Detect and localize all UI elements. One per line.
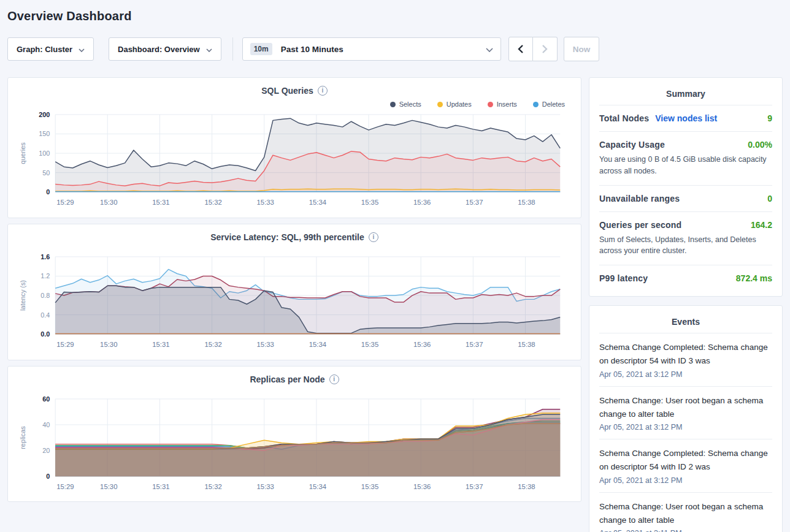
graph-dropdown-label: Graph: Cluster bbox=[17, 45, 72, 54]
svg-text:latency (s): latency (s) bbox=[19, 280, 26, 311]
capacity-usage-description: You are using 0 B of 4.5 GiB usable disk… bbox=[599, 154, 772, 177]
svg-text:200: 200 bbox=[39, 111, 50, 118]
chevron-down-icon bbox=[206, 45, 212, 54]
chevron-left-icon bbox=[518, 45, 523, 53]
svg-text:15:32: 15:32 bbox=[204, 199, 221, 206]
info-icon[interactable]: i bbox=[369, 232, 378, 242]
svg-text:100: 100 bbox=[39, 150, 50, 157]
svg-text:15:31: 15:31 bbox=[152, 341, 169, 348]
svg-text:15:30: 15:30 bbox=[100, 341, 117, 348]
next-interval-button[interactable] bbox=[533, 37, 558, 61]
svg-text:15:29: 15:29 bbox=[56, 482, 74, 490]
chart-title: Service Latency: SQL, 99th percentile bbox=[210, 232, 364, 242]
event-timestamp: Apr 05, 2021 at 3:12 PM bbox=[599, 476, 772, 485]
chart-title: SQL Queries bbox=[261, 86, 313, 96]
svg-text:15:31: 15:31 bbox=[152, 199, 169, 206]
legend-item-inserts: Inserts bbox=[488, 100, 517, 108]
total-nodes-value: 9 bbox=[767, 113, 772, 123]
time-range-label: Past 10 Minutes bbox=[281, 45, 486, 54]
charts-column: SQL Queries i SelectsUpdatesInsertsDelet… bbox=[7, 77, 581, 507]
sql-queries-chart[interactable]: 15:2915:3015:3115:3215:3315:3415:3515:36… bbox=[15, 110, 573, 214]
legend-dot-icon bbox=[488, 102, 493, 107]
svg-text:queries: queries bbox=[19, 142, 26, 164]
svg-text:15:37: 15:37 bbox=[466, 341, 483, 348]
dashboard-dropdown[interactable]: Dashboard: Overview bbox=[109, 37, 221, 61]
capacity-usage-label: Capacity Usage bbox=[599, 140, 665, 150]
summary-row-p99: P99 latency 872.4 ms bbox=[599, 265, 772, 291]
summary-row-capacity: Capacity Usage 0.00% You are using 0 B o… bbox=[599, 131, 772, 185]
unavailable-ranges-value: 0 bbox=[767, 194, 772, 203]
event-list-item: Schema Change Completed: Schema change o… bbox=[599, 439, 772, 492]
event-list-item: Schema Change: User root began a schema … bbox=[599, 492, 772, 532]
info-icon[interactable]: i bbox=[318, 86, 328, 96]
svg-text:0: 0 bbox=[46, 188, 50, 196]
legend-item-selects: Selects bbox=[390, 100, 421, 108]
service-latency-chart-card: Service Latency: SQL, 99th percentile i … bbox=[7, 224, 581, 360]
svg-text:15:38: 15:38 bbox=[518, 199, 535, 206]
svg-text:15:34: 15:34 bbox=[309, 482, 326, 490]
legend-item-deletes: Deletes bbox=[533, 100, 565, 108]
svg-text:15:33: 15:33 bbox=[257, 199, 274, 206]
info-icon[interactable]: i bbox=[329, 374, 339, 384]
p99-latency-label: P99 latency bbox=[599, 273, 648, 283]
svg-text:15:38: 15:38 bbox=[518, 482, 535, 490]
view-nodes-list-link[interactable]: View nodes list bbox=[655, 113, 717, 123]
overview-dashboard-page: Overview Dashboard Graph: Cluster Dashbo… bbox=[0, 0, 790, 532]
svg-text:15:38: 15:38 bbox=[518, 341, 535, 348]
event-message: Schema Change Completed: Schema change o… bbox=[599, 447, 772, 474]
svg-text:15:35: 15:35 bbox=[361, 199, 378, 206]
summary-panel: Summary Total Nodes View nodes list 9 Ca… bbox=[589, 77, 783, 297]
svg-text:0.8: 0.8 bbox=[40, 292, 50, 299]
event-message: Schema Change: User root began a schema … bbox=[599, 394, 772, 422]
unavailable-ranges-label: Unavailable ranges bbox=[599, 194, 680, 203]
event-list-item: Schema Change Completed: Schema change o… bbox=[599, 333, 772, 386]
service-latency-chart[interactable]: 15:2915:3015:3115:3215:3315:3415:3515:36… bbox=[15, 252, 573, 356]
qps-value: 164.2 bbox=[751, 220, 772, 230]
summary-title: Summary bbox=[599, 86, 772, 105]
graph-dropdown[interactable]: Graph: Cluster bbox=[7, 37, 94, 61]
chevron-right-icon bbox=[542, 45, 548, 53]
svg-text:15:37: 15:37 bbox=[466, 199, 483, 206]
chart-legend: SelectsUpdatesInsertsDeletes bbox=[15, 100, 565, 108]
summary-row-unavailable-ranges: Unavailable ranges 0 bbox=[599, 185, 772, 211]
svg-text:0.0: 0.0 bbox=[40, 330, 50, 338]
svg-text:15:32: 15:32 bbox=[204, 482, 221, 490]
event-timestamp: Apr 05, 2021 at 3:12 PM bbox=[599, 423, 772, 431]
dashboard-dropdown-label: Dashboard: Overview bbox=[118, 45, 200, 54]
legend-dot-icon bbox=[533, 102, 539, 107]
time-range-selector[interactable]: 10m Past 10 Minutes bbox=[242, 37, 501, 61]
svg-text:15:37: 15:37 bbox=[466, 482, 483, 490]
svg-text:15:35: 15:35 bbox=[361, 482, 378, 490]
svg-text:15:34: 15:34 bbox=[309, 341, 326, 348]
svg-text:15:36: 15:36 bbox=[413, 341, 431, 348]
summary-row-qps: Queries per second 164.2 Sum of Selects,… bbox=[599, 211, 772, 265]
svg-text:40: 40 bbox=[42, 420, 50, 428]
svg-text:15:33: 15:33 bbox=[257, 482, 274, 490]
p99-latency-value: 872.4 ms bbox=[736, 273, 772, 283]
dashboard-toolbar: Graph: Cluster Dashboard: Overview 10m P… bbox=[7, 37, 783, 61]
qps-description: Sum of Selects, Updates, Inserts, and De… bbox=[599, 234, 772, 257]
replicas-per-node-chart[interactable]: 15:2915:3015:3115:3215:3315:3415:3515:36… bbox=[15, 394, 573, 498]
time-step-buttons bbox=[508, 37, 558, 61]
previous-interval-button[interactable] bbox=[508, 37, 533, 61]
svg-text:50: 50 bbox=[42, 169, 50, 177]
event-timestamp: Apr 05, 2021 at 3:12 PM bbox=[599, 370, 772, 379]
svg-text:15:29: 15:29 bbox=[56, 341, 74, 348]
svg-text:20: 20 bbox=[42, 447, 50, 454]
sql-queries-chart-card: SQL Queries i SelectsUpdatesInsertsDelet… bbox=[7, 77, 581, 218]
now-button[interactable]: Now bbox=[564, 37, 600, 61]
event-message: Schema Change Completed: Schema change o… bbox=[599, 341, 772, 368]
svg-text:150: 150 bbox=[39, 130, 50, 137]
chart-title: Replicas per Node bbox=[250, 374, 324, 384]
svg-text:15:35: 15:35 bbox=[361, 341, 378, 348]
svg-text:15:36: 15:36 bbox=[413, 482, 431, 490]
legend-item-updates: Updates bbox=[437, 100, 472, 108]
time-range-badge: 10m bbox=[250, 43, 272, 55]
event-timestamp: Apr 05, 2021 at 3:11 PM bbox=[599, 529, 772, 532]
svg-text:replicas: replicas bbox=[19, 425, 26, 449]
svg-text:1.6: 1.6 bbox=[40, 253, 50, 260]
svg-text:60: 60 bbox=[42, 395, 50, 402]
chevron-down-icon bbox=[486, 44, 493, 55]
capacity-usage-value: 0.00% bbox=[748, 140, 772, 150]
svg-text:15:34: 15:34 bbox=[309, 199, 326, 206]
